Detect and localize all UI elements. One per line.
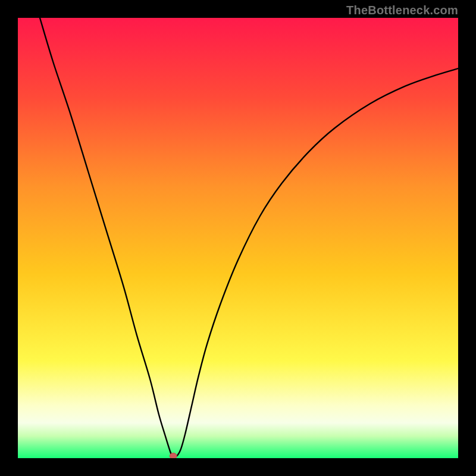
chart-svg	[18, 18, 458, 458]
watermark-text: TheBottleneck.com	[346, 4, 458, 17]
optimal-marker	[170, 453, 177, 458]
plot-area	[18, 18, 458, 458]
gradient-background	[18, 18, 458, 458]
chart-container: { "watermark": "TheBottleneck.com", "col…	[0, 0, 476, 476]
